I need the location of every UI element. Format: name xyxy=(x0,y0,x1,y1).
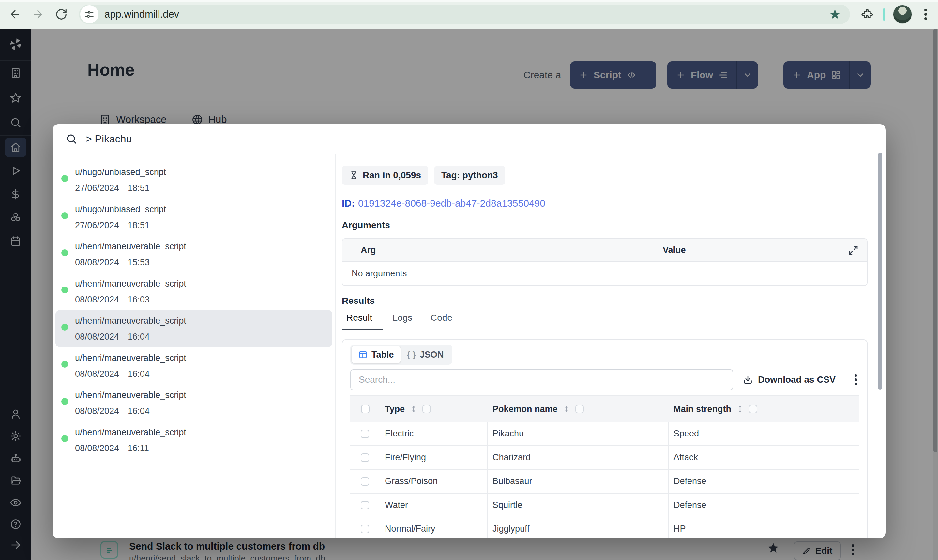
table-column-header[interactable]: Type xyxy=(380,404,488,414)
run-script-path: u/hugo/unbiased_script xyxy=(75,167,332,177)
run-list-item[interactable]: u/hugo/unbiased_script27/06/202418:51 xyxy=(55,162,332,198)
table-row[interactable]: Normal/FairyJigglypuffHP xyxy=(350,517,859,538)
arguments-col-value: Value xyxy=(663,245,867,255)
address-bar[interactable]: app.windmill.dev xyxy=(79,5,850,24)
success-status-dot xyxy=(61,175,68,182)
table-row[interactable]: Grass/PoisonBulbasaurDefense xyxy=(350,470,859,494)
view-table-segment[interactable]: Table xyxy=(352,346,400,363)
tag-badge-label: Tag: python3 xyxy=(441,170,498,181)
run-script-path: u/henri/maneuverable_script xyxy=(75,279,332,288)
results-tab-result[interactable]: Result xyxy=(342,312,383,330)
row-check-cell xyxy=(350,517,380,538)
table-row[interactable]: WaterSquirtleDefense xyxy=(350,494,859,517)
run-date: 08/08/2024 xyxy=(75,295,119,305)
run-script-path: u/henri/maneuverable_script xyxy=(75,242,332,251)
row-checkbox[interactable] xyxy=(361,477,369,486)
duration-badge-label: Ran in 0,059s xyxy=(363,170,421,181)
row-checkbox[interactable] xyxy=(361,501,369,509)
run-list-item[interactable]: u/hugo/unbiased_script27/06/202418:51 xyxy=(55,198,332,236)
run-list-item[interactable]: u/henri/maneuverable_script08/08/202416:… xyxy=(55,273,332,310)
browser-forward-icon[interactable] xyxy=(31,7,45,22)
url-text[interactable]: app.windmill.dev xyxy=(104,8,179,20)
view-toggle: Table { } JSON xyxy=(350,345,452,365)
browser-reload-icon[interactable] xyxy=(54,7,68,22)
success-status-dot xyxy=(61,324,68,331)
table-cell: Jigglypuff xyxy=(488,517,669,538)
browser-menu-kebab-icon[interactable] xyxy=(924,8,927,21)
modal-scrollbar-thumb[interactable] xyxy=(878,152,882,389)
arguments-empty-row: No arguments xyxy=(342,262,867,285)
row-checkbox[interactable] xyxy=(361,525,369,533)
table-cell: Attack xyxy=(669,446,859,469)
run-id-row: ID:0191324e-8068-9edb-ab47-2d8a13550490 xyxy=(342,198,867,209)
run-time: 16:04 xyxy=(128,369,150,379)
table-column-header[interactable]: Main strength xyxy=(669,404,859,414)
result-container: Table { } JSON Download as CSV xyxy=(342,339,867,538)
table-cell: Speed xyxy=(669,422,859,445)
success-status-dot xyxy=(61,249,68,256)
run-date: 08/08/2024 xyxy=(75,369,119,379)
column-filter-box[interactable] xyxy=(749,405,757,413)
hourglass-icon xyxy=(349,171,358,180)
table-column-header[interactable]: Pokemon name xyxy=(488,404,669,414)
row-check-cell xyxy=(350,494,380,517)
run-date: 27/06/2024 xyxy=(75,183,119,193)
results-tabs: ResultLogsCode xyxy=(342,312,867,330)
run-badges: Ran in 0,059s Tag: python3 xyxy=(342,166,867,185)
run-date: 08/08/2024 xyxy=(75,257,119,268)
modal-search-input[interactable] xyxy=(86,133,673,145)
success-status-dot xyxy=(61,286,68,293)
results-tab-logs[interactable]: Logs xyxy=(383,312,421,329)
success-status-dot xyxy=(61,398,68,405)
column-filter-box[interactable] xyxy=(575,405,584,413)
extensions-puzzle-icon[interactable] xyxy=(860,8,873,21)
site-settings-icon[interactable] xyxy=(80,5,99,23)
run-date: 08/08/2024 xyxy=(75,332,119,342)
modal-search-bar[interactable] xyxy=(52,124,886,154)
bookmark-star-icon[interactable] xyxy=(829,8,841,20)
view-table-label: Table xyxy=(371,350,394,360)
results-tab-code[interactable]: Code xyxy=(421,312,462,329)
run-id-label: ID: xyxy=(342,198,355,209)
run-details-panel: Ran in 0,059s Tag: python3 ID:0191324e-8… xyxy=(336,154,886,537)
download-csv-label: Download as CSV xyxy=(758,375,836,385)
screen: app.windmill.dev Home xyxy=(0,0,938,560)
row-checkbox[interactable] xyxy=(361,429,369,438)
table-row[interactable]: ElectricPikachuSpeed xyxy=(350,422,859,446)
column-label: Pokemon name xyxy=(493,404,558,414)
select-all-checkbox[interactable] xyxy=(361,405,370,413)
table-cell: Squirtle xyxy=(488,494,669,517)
column-label: Main strength xyxy=(673,404,731,414)
run-list: u/hugo/unbiased_script27/06/202418:51u/h… xyxy=(52,154,336,537)
result-data-table: TypePokemon nameMain strength ElectricPi… xyxy=(350,395,859,538)
run-id-link[interactable]: 0191324e-8068-9edb-ab47-2d8a13550490 xyxy=(358,198,545,209)
download-csv-button[interactable]: Download as CSV xyxy=(743,375,836,385)
browser-toolbar: app.windmill.dev xyxy=(0,0,938,29)
table-cell: HP xyxy=(669,517,859,538)
run-list-item[interactable]: u/henri/maneuverable_script08/08/202416:… xyxy=(55,310,332,347)
run-list-item[interactable]: u/henri/maneuverable_script08/08/202415:… xyxy=(55,236,332,273)
row-check-cell xyxy=(350,422,380,445)
table-toolbar: Download as CSV xyxy=(350,369,859,390)
arguments-title: Arguments xyxy=(342,220,867,231)
table-row[interactable]: Fire/FlyingCharizardAttack xyxy=(350,446,859,470)
run-script-path: u/henri/maneuverable_script xyxy=(75,353,332,363)
view-json-segment[interactable]: { } JSON xyxy=(400,346,450,363)
run-list-item[interactable]: u/henri/maneuverable_script08/08/202416:… xyxy=(55,422,332,458)
run-list-item[interactable]: u/henri/maneuverable_script08/08/202416:… xyxy=(55,384,332,422)
column-label: Type xyxy=(385,404,405,414)
browser-back-icon[interactable] xyxy=(8,7,22,22)
expand-icon[interactable] xyxy=(848,245,858,255)
table-cell: Grass/Poison xyxy=(380,470,488,493)
row-checkbox[interactable] xyxy=(361,454,369,462)
column-filter-box[interactable] xyxy=(422,405,431,413)
search-icon xyxy=(66,133,77,145)
table-menu-kebab-icon[interactable] xyxy=(855,373,857,386)
success-status-dot xyxy=(61,435,68,442)
run-script-path: u/henri/maneuverable_script xyxy=(75,316,332,326)
run-time: 16:03 xyxy=(128,295,150,305)
table-search-input[interactable] xyxy=(350,369,733,390)
browser-profile-avatar[interactable] xyxy=(893,5,912,24)
run-search-modal: u/hugo/unbiased_script27/06/202418:51u/h… xyxy=(52,124,886,538)
run-list-item[interactable]: u/henri/maneuverable_script08/08/202416:… xyxy=(55,347,332,384)
